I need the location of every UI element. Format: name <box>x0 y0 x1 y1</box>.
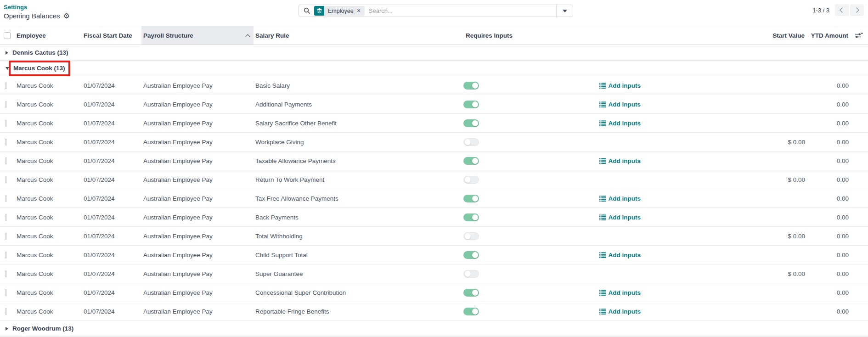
row-checkbox[interactable] <box>6 233 6 240</box>
cell-employee[interactable]: Marcus Cook <box>15 214 82 221</box>
requires-inputs-toggle[interactable] <box>463 119 479 127</box>
cell-fiscal-start-date[interactable]: 01/07/2024 <box>82 308 141 315</box>
search-dropdown-toggle[interactable] <box>556 5 573 17</box>
add-inputs-button[interactable]: Add inputs <box>599 120 641 127</box>
group-expand-icon[interactable] <box>6 51 8 55</box>
cell-salary-rule[interactable]: Back Payments <box>254 214 462 221</box>
cell-employee[interactable]: Marcus Cook <box>15 233 82 240</box>
cell-ytd-amount[interactable]: 0.00 <box>806 195 850 202</box>
search-input[interactable] <box>369 7 556 14</box>
cell-fiscal-start-date[interactable]: 01/07/2024 <box>82 157 141 164</box>
group-row[interactable]: Marcus Cook (13) <box>0 61 868 76</box>
adjust-columns-icon[interactable] <box>850 32 868 39</box>
group-row[interactable]: Roger Woodrum (13) <box>0 321 868 337</box>
cell-payroll-structure[interactable]: Australian Employee Pay <box>141 270 254 277</box>
requires-inputs-toggle[interactable] <box>463 138 479 146</box>
cell-payroll-structure[interactable]: Australian Employee Pay <box>141 252 254 258</box>
cell-fiscal-start-date[interactable]: 01/07/2024 <box>82 120 141 127</box>
select-all-checkbox[interactable] <box>4 32 11 39</box>
header-salary-rule[interactable]: Salary Rule <box>254 26 462 45</box>
add-inputs-button[interactable]: Add inputs <box>599 157 641 164</box>
cell-employee[interactable]: Marcus Cook <box>15 308 82 315</box>
header-requires-inputs[interactable]: Requires Inputs <box>462 26 652 45</box>
cell-payroll-structure[interactable]: Australian Employee Pay <box>141 308 254 315</box>
add-inputs-button[interactable]: Add inputs <box>599 252 641 258</box>
cell-salary-rule[interactable]: Workplace Giving <box>254 139 462 146</box>
row-checkbox[interactable] <box>6 289 6 296</box>
cell-fiscal-start-date[interactable]: 01/07/2024 <box>82 233 141 240</box>
cell-ytd-amount[interactable]: 0.00 <box>806 120 850 127</box>
cell-start-value[interactable]: $ 0.00 <box>652 139 806 146</box>
search-bar[interactable]: Employee ✕ <box>299 5 573 17</box>
requires-inputs-toggle[interactable] <box>463 270 479 278</box>
cell-ytd-amount[interactable]: 0.00 <box>806 139 850 146</box>
group-row[interactable]: Dennis Cactus (13) <box>0 45 868 61</box>
cell-employee[interactable]: Marcus Cook <box>15 176 82 183</box>
requires-inputs-toggle[interactable] <box>463 176 479 184</box>
cell-payroll-structure[interactable]: Australian Employee Pay <box>141 139 254 146</box>
cell-salary-rule[interactable]: Tax Free Allowance Payments <box>254 195 462 202</box>
header-fiscal-start-date[interactable]: Fiscal Start Date <box>82 26 141 45</box>
header-ytd-amount[interactable]: YTD Amount <box>806 26 850 45</box>
row-checkbox[interactable] <box>6 82 6 89</box>
row-checkbox[interactable] <box>6 195 6 202</box>
cell-start-value[interactable]: $ 0.00 <box>652 233 806 240</box>
cell-salary-rule[interactable]: Concessional Super Contribution <box>254 289 462 296</box>
requires-inputs-toggle[interactable] <box>463 308 479 315</box>
cell-ytd-amount[interactable]: 0.00 <box>806 289 850 296</box>
cell-start-value[interactable]: $ 0.00 <box>652 270 806 277</box>
cell-fiscal-start-date[interactable]: 01/07/2024 <box>82 139 141 146</box>
requires-inputs-toggle[interactable] <box>463 101 479 108</box>
requires-inputs-toggle[interactable] <box>463 251 479 259</box>
cell-ytd-amount[interactable]: 0.00 <box>806 101 850 108</box>
cell-ytd-amount[interactable]: 0.00 <box>806 82 850 89</box>
cell-payroll-structure[interactable]: Australian Employee Pay <box>141 157 254 164</box>
cell-ytd-amount[interactable]: 0.00 <box>806 308 850 315</box>
cell-employee[interactable]: Marcus Cook <box>15 101 82 108</box>
cell-fiscal-start-date[interactable]: 01/07/2024 <box>82 270 141 277</box>
cell-ytd-amount[interactable]: 0.00 <box>806 233 850 240</box>
row-checkbox[interactable] <box>6 214 6 221</box>
cell-employee[interactable]: Marcus Cook <box>15 270 82 277</box>
add-inputs-button[interactable]: Add inputs <box>599 289 641 296</box>
pager-next-button[interactable] <box>850 4 864 16</box>
cell-fiscal-start-date[interactable]: 01/07/2024 <box>82 214 141 221</box>
cell-employee[interactable]: Marcus Cook <box>15 120 82 127</box>
cell-fiscal-start-date[interactable]: 01/07/2024 <box>82 176 141 183</box>
cell-ytd-amount[interactable]: 0.00 <box>806 270 850 277</box>
cell-payroll-structure[interactable]: Australian Employee Pay <box>141 233 254 240</box>
row-checkbox[interactable] <box>6 270 6 277</box>
row-checkbox[interactable] <box>6 101 6 108</box>
cell-salary-rule[interactable]: Basic Salary <box>254 82 462 89</box>
cell-payroll-structure[interactable]: Australian Employee Pay <box>141 176 254 183</box>
group-expand-icon[interactable] <box>6 67 9 70</box>
row-checkbox[interactable] <box>6 120 6 127</box>
cell-ytd-amount[interactable]: 0.00 <box>806 176 850 183</box>
cell-salary-rule[interactable]: Return To Work Payment <box>254 176 462 183</box>
requires-inputs-toggle[interactable] <box>463 213 479 221</box>
cell-salary-rule[interactable]: Super Guarantee <box>254 270 462 277</box>
add-inputs-button[interactable]: Add inputs <box>599 195 641 202</box>
cell-salary-rule[interactable]: Child Support Total <box>254 252 462 258</box>
breadcrumb-settings-link[interactable]: Settings <box>4 4 27 11</box>
cell-employee[interactable]: Marcus Cook <box>15 195 82 202</box>
add-inputs-button[interactable]: Add inputs <box>599 214 641 221</box>
cell-salary-rule[interactable]: Reportable Fringe Benefits <box>254 308 462 315</box>
cell-payroll-structure[interactable]: Australian Employee Pay <box>141 289 254 296</box>
requires-inputs-toggle[interactable] <box>463 82 479 90</box>
row-checkbox[interactable] <box>6 252 6 258</box>
pager-previous-button[interactable] <box>835 4 849 16</box>
cell-payroll-structure[interactable]: Australian Employee Pay <box>141 101 254 108</box>
cell-payroll-structure[interactable]: Australian Employee Pay <box>141 195 254 202</box>
header-employee[interactable]: Employee <box>15 26 82 45</box>
cell-employee[interactable]: Marcus Cook <box>15 289 82 296</box>
cell-fiscal-start-date[interactable]: 01/07/2024 <box>82 289 141 296</box>
cell-payroll-structure[interactable]: Australian Employee Pay <box>141 82 254 89</box>
cell-fiscal-start-date[interactable]: 01/07/2024 <box>82 101 141 108</box>
row-checkbox[interactable] <box>6 139 6 146</box>
row-checkbox[interactable] <box>6 157 6 164</box>
cell-employee[interactable]: Marcus Cook <box>15 157 82 164</box>
requires-inputs-toggle[interactable] <box>463 157 479 165</box>
cell-ytd-amount[interactable]: 0.00 <box>806 252 850 258</box>
cell-employee[interactable]: Marcus Cook <box>15 252 82 258</box>
